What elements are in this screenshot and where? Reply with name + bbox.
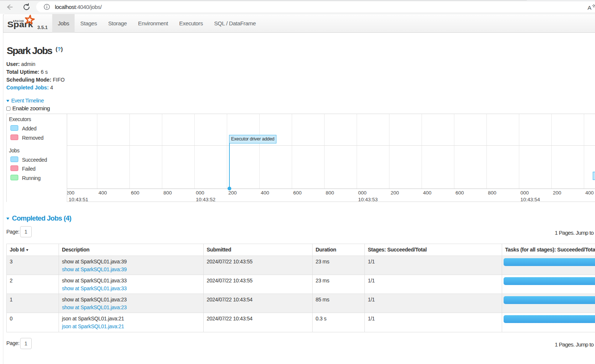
svg-text:A: A — [588, 4, 592, 10]
